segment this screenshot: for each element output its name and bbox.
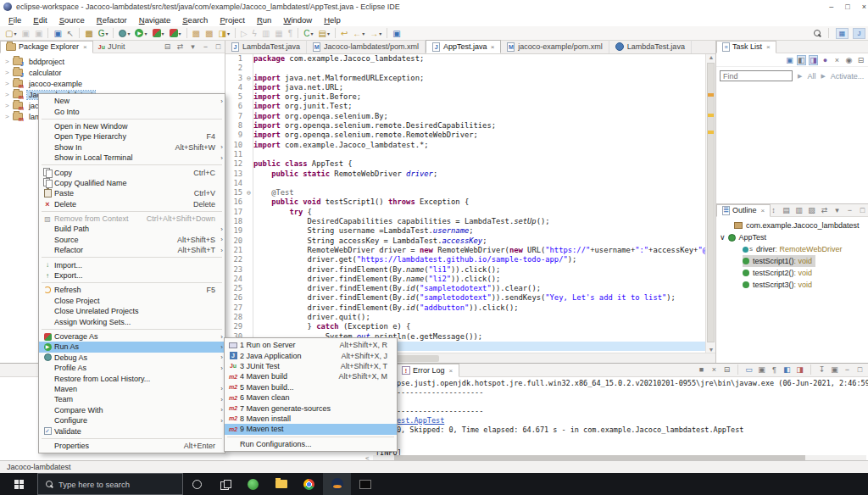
run-as-item-4-maven-build[interactable]: m24 Maven buildAlt+Shift+X, M [225, 371, 397, 381]
run-as-item-6-maven-clean[interactable]: m26 Maven clean [225, 392, 397, 403]
tab-junit[interactable]: Ju JUnit [93, 41, 131, 53]
run-as-item-3-junit-test[interactable]: Ju3 JUnit TestAlt+Shift+X, T [225, 361, 397, 371]
context-menu-item-profile-as[interactable]: Profile As› [39, 363, 225, 373]
code-editor[interactable]: 1package com.example.Jacoco_lambdatest;2… [225, 54, 705, 353]
code-line[interactable]: 6import org.junit.Test; [225, 102, 705, 111]
code-line[interactable]: 8import org.openqa.selenium.remote.Desir… [225, 121, 705, 131]
toolbar-open-folder-icon[interactable]: ▩ [191, 27, 202, 40]
menu-window[interactable]: Window [277, 15, 318, 25]
open-perspective-icon[interactable]: ▦ [836, 28, 849, 39]
console-word-wrap-icon[interactable]: ¶ [770, 364, 779, 375]
context-menu-item-copy-qualified-name[interactable]: Copy Qualified Name [39, 178, 225, 188]
toolbar-open-folder-alt-icon[interactable]: ▩ [203, 27, 214, 40]
context-menu-item-close-unrelated-projects[interactable]: Close Unrelated Projects [39, 306, 225, 316]
code-line[interactable]: 20 String accessKey = LambdaTest.accessK… [225, 236, 705, 246]
code-line[interactable]: 5import org.junit.Before; [225, 92, 705, 102]
task-list-categorized-icon[interactable]: ◧ [797, 55, 806, 65]
package-explorer-view-menu-icon[interactable]: ▾ [188, 42, 198, 52]
toolbar-toggle-annotations-icon[interactable]: ▥ [260, 27, 271, 40]
context-menu-item-new[interactable]: New› [39, 96, 225, 106]
code-line[interactable]: 7import org.openqa.selenium.By; [225, 112, 705, 121]
toolbar-back-icon[interactable]: ←▾ [351, 27, 366, 40]
chrome-button[interactable] [295, 473, 323, 495]
project-jacoco-example[interactable]: >jacoco-example [0, 78, 225, 89]
package-explorer-minimize-icon[interactable]: − [201, 42, 210, 52]
toolbar-select-element-icon[interactable]: ↖ [65, 27, 75, 40]
android-app-button[interactable] [239, 473, 267, 495]
toolbar-pin-editor-icon[interactable]: ▣ [391, 27, 402, 40]
close-tab-icon[interactable]: × [491, 43, 495, 51]
context-menu-item-debug-as[interactable]: Debug As› [39, 353, 225, 363]
toolbar-lightning-icon[interactable]: ϟ [251, 27, 259, 40]
context-menu-item-close-project[interactable]: Close Project [39, 296, 225, 306]
menu-source[interactable]: Source [53, 15, 91, 25]
console-show-on-stdout-icon[interactable]: ◧ [782, 364, 792, 375]
code-line[interactable]: 10import com.example.Jacoco_lambdatest.*… [225, 141, 705, 150]
code-line[interactable]: 15⊖ @Test [225, 188, 705, 197]
task-list-collapse-all-icon[interactable]: ⊟ [856, 55, 865, 65]
task-list-focus-actions-icon[interactable]: ● [821, 55, 830, 65]
context-menu-item-restore-from-local-history[interactable]: Restore from Local History... [39, 373, 225, 383]
code-line[interactable]: 23 driver.findElement(By.name("li1")).cl… [225, 265, 705, 275]
toolbar-run-icon[interactable]: ▶▾ [133, 27, 148, 40]
outline-minimize-icon[interactable]: − [845, 205, 854, 215]
task-find-input[interactable] [720, 70, 793, 81]
outline-maximize-icon[interactable]: □ [858, 205, 867, 215]
outline-apptest[interactable]: ∨AppTest [716, 231, 868, 243]
code-line[interactable]: 18 DesiredCapabilities capabilities = La… [225, 217, 705, 226]
toolbar-debug-icon[interactable]: ▾ [117, 27, 131, 40]
toolbar-search-flashlight-icon[interactable]: ◨▾ [216, 27, 231, 40]
package-explorer-maximize-icon[interactable]: □ [214, 42, 223, 52]
toolbar-profile-icon[interactable]: ▾ [168, 27, 183, 40]
console-link[interactable]: est.AppTest [397, 416, 868, 425]
code-line[interactable]: 1package com.example.Jacoco_lambdatest; [225, 54, 705, 64]
console-scroll-lock-icon[interactable]: ▣ [757, 364, 766, 375]
code-line[interactable]: 2 [225, 64, 705, 73]
menu-help[interactable]: Help [318, 15, 347, 25]
toolbar-save-all-icon[interactable]: ▣ [33, 27, 44, 40]
toolbar-toggle-block-selection-icon[interactable]: ▦ [273, 27, 284, 40]
eclipse-taskbar-button[interactable] [323, 473, 351, 495]
toolbar-open-console-view-icon[interactable]: ▣ [52, 27, 63, 40]
run-as-item-5-maven-build[interactable]: m25 Maven build... [225, 382, 397, 392]
tab-task-list[interactable]: ≡ Task List × [716, 41, 776, 53]
toolbar-show-whitespace-icon[interactable]: ¶ [287, 27, 294, 40]
toolbar-new-wizard-icon[interactable]: ▢▾ [3, 27, 18, 40]
close-view-icon[interactable]: × [449, 367, 453, 375]
code-line[interactable]: 26 driver.findElement(By.id("sampletodot… [225, 293, 705, 303]
editor-tab-lambdatest-java[interactable]: LambdaTest.java [609, 40, 692, 53]
fold-marker-icon[interactable]: ⊖ [244, 74, 253, 83]
run-as-item-8-maven-install[interactable]: m28 Maven install [225, 414, 397, 424]
collapse-chevron-icon[interactable]: ∨ [720, 233, 726, 242]
toolbar-new-package-icon[interactable]: ▤▾ [316, 27, 331, 40]
task-view-button[interactable] [211, 473, 239, 495]
context-menu-item-assign-working-sets[interactable]: Assign Working Sets... [39, 316, 225, 326]
code-line[interactable]: 24 driver.findElement(By.name("li2")).cl… [225, 275, 705, 284]
console-pin-console-icon[interactable]: ↧ [817, 364, 826, 375]
context-menu-item-paste[interactable]: PasteCtrl+V [39, 188, 225, 198]
outline-testscript1[interactable]: testScript1() : void [716, 255, 868, 267]
toolbar-forward-icon[interactable]: →▾ [368, 27, 383, 40]
tab-error-log[interactable]: ! Error Log × [395, 364, 459, 377]
editor-tab-jacoco-lambdatest-pom-xml[interactable]: MJacoco-lambdatest/pom.xml [307, 40, 426, 53]
editor-scrollbar[interactable]: ▲ ▼ [705, 54, 715, 353]
close-view-icon[interactable]: × [761, 207, 765, 214]
taskbar-search-input[interactable] [58, 480, 160, 489]
context-menu-item-show-in[interactable]: Show InAlt+Shift+W› [39, 142, 225, 153]
toolbar-new-java-project-icon[interactable]: ▩ [83, 27, 94, 40]
close-button[interactable]: × [862, 3, 866, 11]
context-menu-item-maven[interactable]: Maven› [39, 384, 225, 394]
context-menu-item-show-in-local-terminal[interactable]: Show in Local Terminal› [39, 153, 225, 163]
menu-refactor[interactable]: Refactor [91, 15, 133, 25]
task-list-new-task-icon[interactable]: ▣ [785, 55, 794, 65]
context-menu-item-delete[interactable]: ×DeleteDelete [39, 199, 225, 209]
search-icon[interactable] [813, 29, 821, 38]
code-line[interactable]: 14 [225, 179, 705, 188]
code-line[interactable]: 19 String username =LambdaTest.username; [225, 226, 705, 236]
expand-chevron-icon[interactable]: > [5, 58, 13, 65]
task-list-find-toggle-icon[interactable]: ◉ [844, 55, 854, 65]
context-menu-item-team[interactable]: Team› [39, 394, 225, 404]
close-view-icon[interactable]: × [83, 43, 87, 51]
console-remove-launch-icon[interactable]: × [709, 364, 719, 375]
outline-hide-fields-icon[interactable]: ▤ [782, 205, 791, 215]
